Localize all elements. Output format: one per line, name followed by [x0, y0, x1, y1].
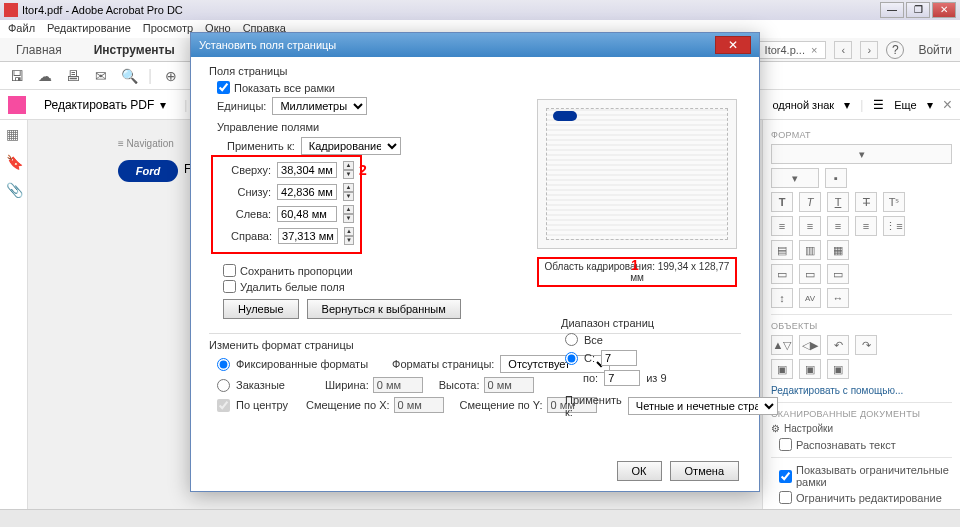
document-tab-close-icon[interactable]: × — [811, 44, 817, 56]
show-all-frames-checkbox[interactable] — [217, 81, 230, 94]
left-sidebar: ▦ 🔖 📎 — [0, 120, 28, 509]
menu-view[interactable]: Просмотр — [143, 22, 193, 36]
show-frames-checkbox[interactable] — [779, 470, 792, 483]
bullets-button[interactable]: ⋮≡ — [883, 216, 905, 236]
minimize-button[interactable]: — — [880, 2, 904, 18]
align-middle-button[interactable]: ▥ — [799, 240, 821, 260]
remove-white-checkbox[interactable] — [223, 280, 236, 293]
left-spinner[interactable]: ▲▼ — [343, 205, 354, 223]
apply-to-select[interactable]: Кадрирование — [301, 137, 401, 155]
right-input[interactable] — [278, 228, 338, 244]
height-label: Высота: — [439, 379, 480, 391]
to-label: по: — [583, 372, 598, 384]
more-label[interactable]: Еще — [894, 99, 916, 111]
settings-link[interactable]: Настройки — [784, 423, 833, 434]
annotation-1: 1 — [631, 257, 763, 273]
strike-button[interactable]: T̶ — [855, 192, 877, 212]
dialog-titlebar: Установить поля страницы ✕ — [191, 33, 759, 57]
tab-tools[interactable]: Инструменты — [86, 39, 183, 61]
revert-button[interactable]: Вернуться к выбранным — [307, 299, 461, 319]
justify-button[interactable]: ≡ — [855, 216, 877, 236]
edit-with-link[interactable]: Редактировать с помощью... — [771, 385, 952, 396]
fixed-formats-label: Фиксированные форматы — [236, 358, 368, 370]
search-icon[interactable]: 🔍 — [120, 67, 138, 85]
left-input[interactable] — [277, 206, 337, 222]
close-panel-icon[interactable]: × — [943, 96, 952, 114]
gear-icon[interactable]: ⚙ — [771, 423, 780, 434]
bottom-spinner[interactable]: ▲▼ — [343, 183, 354, 201]
watermark-label[interactable]: одяной знак — [772, 99, 834, 111]
arrange1-button[interactable]: ▣ — [771, 359, 793, 379]
align-bottom-button[interactable]: ▦ — [827, 240, 849, 260]
help-icon[interactable]: ? — [886, 41, 904, 59]
align-center-button[interactable]: ≡ — [799, 216, 821, 236]
edit-pdf-dropdown[interactable]: Редактировать PDF ▾ — [36, 94, 174, 116]
units-select[interactable]: Миллиметры — [272, 97, 367, 115]
from-page-radio[interactable] — [565, 352, 578, 365]
italic-button[interactable]: T — [799, 192, 821, 212]
arrange3-button[interactable]: ▣ — [827, 359, 849, 379]
more-icon[interactable]: ☰ — [873, 98, 884, 112]
cancel-button[interactable]: Отмена — [670, 461, 739, 481]
prev-page-button[interactable]: ‹ — [834, 41, 852, 59]
menu-edit[interactable]: Редактирование — [47, 22, 131, 36]
ok-button[interactable]: ОК — [617, 461, 662, 481]
align-top-button[interactable]: ▤ — [771, 240, 793, 260]
align-left-button[interactable]: ≡ — [771, 216, 793, 236]
super-button[interactable]: Tˢ — [883, 192, 905, 212]
thumbnails-icon[interactable]: ▦ — [6, 126, 22, 142]
spacing3-button[interactable]: ↔ — [827, 288, 849, 308]
left-label: Слева: — [231, 208, 271, 220]
dialog-close-button[interactable]: ✕ — [715, 36, 751, 54]
recognize-checkbox[interactable] — [779, 438, 792, 451]
align-right-button[interactable]: ≡ — [827, 216, 849, 236]
rotate-right-button[interactable]: ↷ — [855, 335, 877, 355]
maximize-button[interactable]: ❐ — [906, 2, 930, 18]
rotate-left-button[interactable]: ↶ — [827, 335, 849, 355]
chevron-down-icon: ▾ — [160, 98, 166, 112]
cloud-icon[interactable]: ☁ — [36, 67, 54, 85]
size-dropdown[interactable]: ▾ — [771, 168, 819, 188]
font-dropdown[interactable]: ▾ — [771, 144, 952, 164]
bold-button[interactable]: T — [771, 192, 793, 212]
show-all-frames-label: Показать все рамки — [234, 82, 335, 94]
spacing1-button[interactable]: ↕ — [771, 288, 793, 308]
save-icon[interactable]: 🖫 — [8, 67, 26, 85]
scanned-heading: СКАНИРОВАННЫЕ ДОКУМЕНТЫ — [771, 409, 952, 419]
limit-edit-label: Ограничить редактирование — [796, 492, 942, 504]
arrange2-button[interactable]: ▣ — [799, 359, 821, 379]
print-icon[interactable]: 🖶 — [64, 67, 82, 85]
page-up-icon[interactable]: ⊕ — [162, 67, 180, 85]
zero-button[interactable]: Нулевые — [223, 299, 299, 319]
menu-file[interactable]: Файл — [8, 22, 35, 36]
bottom-input[interactable] — [277, 184, 337, 200]
apply-to2-select[interactable]: Четные и нечетные страницы — [628, 397, 778, 415]
next-page-button[interactable]: › — [860, 41, 878, 59]
tab-home[interactable]: Главная — [8, 39, 70, 61]
from-input[interactable] — [601, 350, 637, 366]
edit-pdf-label: Редактировать PDF — [44, 98, 154, 112]
form3-button[interactable]: ▭ — [827, 264, 849, 284]
all-pages-radio[interactable] — [565, 333, 578, 346]
bookmark-icon[interactable]: 🔖 — [6, 154, 22, 170]
fixed-formats-radio[interactable] — [217, 358, 230, 371]
top-input[interactable] — [277, 162, 337, 178]
form-button[interactable]: ▭ — [771, 264, 793, 284]
custom-radio[interactable] — [217, 379, 230, 392]
login-link[interactable]: Войти — [918, 43, 952, 57]
flip-h-button[interactable]: ▲▽ — [771, 335, 793, 355]
color-button[interactable]: ▪ — [825, 168, 847, 188]
limit-edit-checkbox[interactable] — [779, 491, 792, 504]
top-spinner[interactable]: ▲▼ — [343, 161, 354, 179]
close-button[interactable]: ✕ — [932, 2, 956, 18]
document-tab[interactable]: Itor4.p... × — [756, 41, 827, 59]
flip-v-button[interactable]: ◁▶ — [799, 335, 821, 355]
spacing2-button[interactable]: AV — [799, 288, 821, 308]
mail-icon[interactable]: ✉ — [92, 67, 110, 85]
right-spinner[interactable]: ▲▼ — [344, 227, 354, 245]
attachment-icon[interactable]: 📎 — [6, 182, 22, 198]
to-input[interactable] — [604, 370, 640, 386]
form2-button[interactable]: ▭ — [799, 264, 821, 284]
underline-button[interactable]: T — [827, 192, 849, 212]
keep-proportions-checkbox[interactable] — [223, 264, 236, 277]
